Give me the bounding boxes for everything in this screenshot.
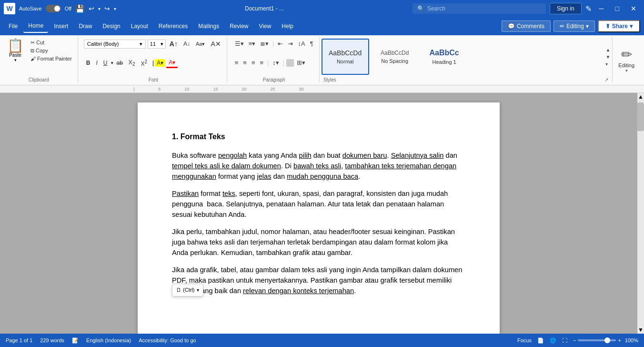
bullets-button[interactable]: ☰▾ bbox=[233, 39, 246, 48]
maximize-button[interactable]: □ bbox=[612, 4, 623, 13]
search-bar[interactable]: 🔍 bbox=[413, 3, 546, 14]
zoom-minus[interactable]: − bbox=[573, 337, 576, 343]
web-layout-icon[interactable]: 🌐 bbox=[550, 337, 556, 344]
bold-button[interactable]: B bbox=[84, 59, 93, 67]
menu-bar-right: 💬 Comments ✏ Editing ▾ ⬆ Share ▾ bbox=[502, 20, 640, 32]
document-scroll[interactable]: 1. Format Teks Buka software pengolah ka… bbox=[0, 93, 637, 334]
increase-indent-button[interactable]: ⇥ bbox=[286, 39, 295, 48]
accessibility-label[interactable]: Accessibility: Good to go bbox=[139, 337, 196, 343]
menu-mailings[interactable]: Mailings bbox=[193, 20, 224, 32]
sort-button[interactable]: ↕A bbox=[296, 39, 307, 48]
multilevel-button[interactable]: ≣▾ bbox=[258, 39, 271, 48]
status-right: Focus 📄 🌐 ⛶ − + 100% bbox=[517, 337, 638, 344]
style-nospacing-preview: AaBbCcDd bbox=[381, 50, 409, 56]
align-center-button[interactable]: ≡ bbox=[241, 58, 249, 67]
styles-settings-icon[interactable]: ↗ bbox=[604, 77, 608, 82]
editing-panel[interactable]: ✏ Editing ▾ bbox=[612, 37, 640, 82]
paste-button[interactable]: 📋 Paste ▾ bbox=[4, 37, 27, 64]
styles-expand[interactable]: ▾ bbox=[605, 61, 610, 67]
link-bawah: bawah teks asli bbox=[293, 162, 341, 170]
subscript-button[interactable]: X2 bbox=[126, 58, 138, 68]
save-icon[interactable]: 💾 bbox=[75, 4, 85, 13]
menu-home[interactable]: Home bbox=[23, 20, 48, 33]
shrink-font-button[interactable]: A↓ bbox=[181, 40, 192, 48]
menu-view[interactable]: View bbox=[254, 20, 276, 32]
menu-review[interactable]: Review bbox=[225, 20, 253, 32]
superscript-button[interactable]: X2 bbox=[138, 58, 150, 68]
zoom-control[interactable]: − + 100% bbox=[573, 337, 638, 343]
shading-button[interactable] bbox=[286, 59, 294, 67]
language[interactable]: English (Indonesia) bbox=[86, 337, 131, 343]
style-heading1[interactable]: AaBbCc Heading 1 bbox=[421, 39, 468, 75]
undo-dropdown-icon[interactable]: ▾ bbox=[98, 6, 101, 11]
print-layout-icon[interactable]: 📄 bbox=[537, 337, 544, 344]
align-left-button[interactable]: ≡ bbox=[233, 58, 241, 67]
editing-button[interactable]: ✏ Editing ▾ bbox=[553, 20, 595, 32]
menu-references[interactable]: References bbox=[154, 20, 192, 32]
menu-layout[interactable]: Layout bbox=[126, 20, 153, 32]
cut-button[interactable]: ✂ Cut bbox=[29, 39, 74, 46]
font-group-label: Font bbox=[84, 77, 223, 82]
numbering-button[interactable]: ≡▾ bbox=[247, 39, 258, 48]
scroll-thumb[interactable] bbox=[637, 102, 644, 131]
customize-icon[interactable]: ✎ bbox=[585, 4, 592, 13]
undo-icon[interactable]: ↩ bbox=[89, 5, 94, 12]
font-color-button[interactable]: A▾ bbox=[166, 58, 178, 68]
font-name-selector[interactable]: Calibri (Body) ▾ bbox=[84, 40, 146, 49]
menu-insert[interactable]: Insert bbox=[49, 20, 73, 32]
share-button[interactable]: ⬆ Share ▾ bbox=[598, 20, 640, 32]
justify-button[interactable]: ≡ bbox=[258, 58, 266, 67]
close-button[interactable]: ✕ bbox=[627, 4, 640, 13]
fullscreen-icon[interactable]: ⛶ bbox=[562, 337, 567, 343]
strikethrough-button[interactable]: ab bbox=[114, 59, 125, 67]
menu-draw[interactable]: Draw bbox=[74, 20, 97, 32]
clear-format-button[interactable]: A✕ bbox=[209, 39, 222, 49]
styles-scroll-down[interactable]: ▼ bbox=[605, 54, 610, 60]
font-size-dropdown: ▾ bbox=[161, 41, 163, 47]
autosave-toggle[interactable] bbox=[46, 5, 61, 12]
redo-icon[interactable]: ↪ bbox=[104, 5, 110, 12]
underline-dropdown[interactable]: ▾ bbox=[111, 61, 113, 65]
zoom-plus[interactable]: + bbox=[618, 337, 621, 343]
editing-icon: ✏ bbox=[621, 47, 632, 62]
copy-button[interactable]: ⧉ Copy bbox=[29, 47, 74, 54]
paste-popup-dropdown[interactable]: ▾ bbox=[197, 286, 199, 294]
change-case-button[interactable]: Aa▾ bbox=[194, 40, 207, 48]
menu-design[interactable]: Design bbox=[98, 20, 125, 32]
underline-button[interactable]: U bbox=[101, 59, 110, 67]
spell-check-icon[interactable]: 📝 bbox=[72, 337, 79, 344]
menu-file[interactable]: File bbox=[4, 20, 22, 32]
scroll-track[interactable] bbox=[637, 133, 644, 326]
zoom-slider[interactable] bbox=[578, 339, 616, 341]
sign-in-button[interactable]: Sign in bbox=[550, 3, 582, 14]
zoom-thumb[interactable] bbox=[604, 337, 610, 343]
style-normal[interactable]: AaBbCcDd Normal bbox=[322, 39, 369, 75]
comments-button[interactable]: 💬 Comments bbox=[502, 20, 551, 32]
show-marks-button[interactable]: ¶ bbox=[308, 39, 315, 48]
decrease-indent-button[interactable]: ⇤ bbox=[276, 39, 285, 48]
paste-popup[interactable]: 🗋 (Ctrl) ▾ bbox=[172, 284, 203, 296]
minimize-button[interactable]: ─ bbox=[595, 4, 608, 13]
italic-button[interactable]: I bbox=[93, 59, 100, 67]
word-count: 229 words bbox=[40, 337, 64, 343]
styles-scroll-up[interactable]: ▲ bbox=[605, 47, 610, 52]
align-right-button[interactable]: ≡ bbox=[250, 58, 257, 67]
format-painter-button[interactable]: 🖌 Format Painter bbox=[29, 55, 74, 62]
search-input[interactable] bbox=[427, 5, 532, 12]
menu-help[interactable]: Help bbox=[277, 20, 298, 32]
focus-button[interactable]: Focus bbox=[517, 337, 532, 343]
document-content[interactable]: 1. Format Teks Buka software pengolah ka… bbox=[172, 131, 465, 316]
title-bar-right: 🔍 Sign in ✎ ─ □ ✕ bbox=[413, 3, 640, 14]
editing-panel-dropdown[interactable]: ▾ bbox=[625, 68, 628, 73]
font-group: Calibri (Body) ▾ 11 ▾ A↑ A↓ Aa▾ A✕ B I U… bbox=[80, 37, 227, 82]
font-size-selector[interactable]: 11 ▾ bbox=[148, 40, 166, 49]
right-scrollbar[interactable]: ▲ ▼ bbox=[637, 93, 644, 334]
line-spacing-button[interactable]: ↕▾ bbox=[271, 58, 281, 67]
scroll-down-button[interactable]: ▼ bbox=[637, 326, 644, 334]
paste-dropdown[interactable]: ▾ bbox=[14, 58, 17, 62]
grow-font-button[interactable]: A↑ bbox=[168, 39, 180, 49]
highlight-button[interactable]: A▾ bbox=[155, 59, 165, 67]
style-nospacing[interactable]: AaBbCcDd No Spacing bbox=[371, 39, 419, 75]
scroll-up-button[interactable]: ▲ bbox=[637, 93, 644, 101]
border-button[interactable]: ⊞▾ bbox=[295, 58, 307, 67]
